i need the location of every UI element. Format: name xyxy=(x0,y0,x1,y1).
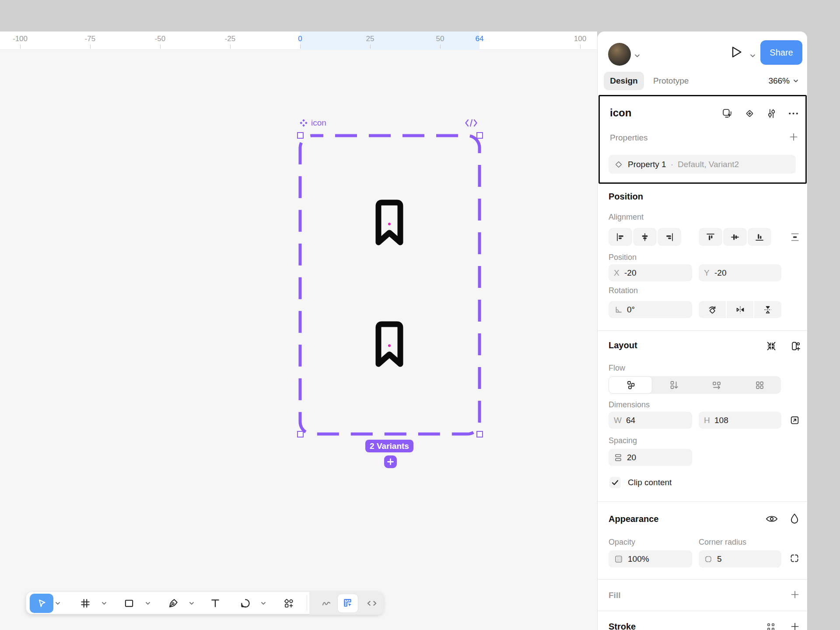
add-fill-button[interactable] xyxy=(790,590,800,599)
frame-tool-menu-chevron[interactable] xyxy=(94,592,114,615)
ruler-label: 100 xyxy=(574,35,586,43)
w-label: W xyxy=(614,416,622,425)
visibility-eye-button[interactable] xyxy=(766,514,778,524)
align-horizontal-center-button[interactable] xyxy=(633,228,657,246)
width-field[interactable]: W 64 xyxy=(609,412,692,429)
shape-tool-menu-chevron[interactable] xyxy=(138,592,158,615)
selection-handle-bottom-right[interactable] xyxy=(476,431,483,438)
component-props-sliders-button[interactable] xyxy=(766,108,777,121)
account-menu-chevron[interactable] xyxy=(634,52,640,60)
selection-handle-bottom-left[interactable] xyxy=(297,431,304,438)
create-component-button[interactable] xyxy=(744,108,756,121)
flip-horizontal-button[interactable] xyxy=(727,301,754,318)
text-tool-button[interactable] xyxy=(206,592,225,615)
property-values: Default, Variant2 xyxy=(678,160,739,169)
add-stroke-button[interactable] xyxy=(790,622,800,630)
y-value: -20 xyxy=(714,268,726,278)
actions-resources-button[interactable] xyxy=(279,592,298,615)
collapse-layout-button[interactable] xyxy=(766,340,777,352)
align-left-button[interactable] xyxy=(609,228,632,246)
more-options-button[interactable] xyxy=(788,108,799,121)
clip-content-checkbox[interactable] xyxy=(609,477,621,488)
tab-prototype[interactable]: Prototype xyxy=(653,76,689,86)
flow-segmented-control xyxy=(609,376,781,394)
align-right-button[interactable] xyxy=(658,228,681,246)
component-icon xyxy=(299,119,308,127)
selection-handle-top-left[interactable] xyxy=(297,132,304,139)
flow-freeform-option-selected[interactable] xyxy=(609,376,652,394)
present-button[interactable] xyxy=(730,46,743,60)
flow-horizontal-option[interactable] xyxy=(695,376,738,394)
rotation-value: 0° xyxy=(627,305,635,315)
present-menu-chevron[interactable] xyxy=(750,52,756,60)
distribute-spacing-button[interactable] xyxy=(789,231,801,243)
share-label: Share xyxy=(770,48,793,58)
component-set-label[interactable]: icon xyxy=(299,118,326,128)
select-matching-layers-button[interactable] xyxy=(721,108,733,121)
avatar[interactable] xyxy=(608,43,631,66)
add-variant-button[interactable] xyxy=(384,455,397,468)
align-top-button[interactable] xyxy=(699,228,722,246)
alignment-label: Alignment xyxy=(609,213,644,222)
blend-mode-drop-button[interactable] xyxy=(790,513,799,524)
stroke-styles-button[interactable] xyxy=(766,622,776,630)
zoom-control[interactable]: 366% xyxy=(768,76,798,86)
selection-info-section: icon Properties Property 1 · Default, Va… xyxy=(598,95,807,184)
ruler-label: -50 xyxy=(155,35,166,43)
individual-corners-button[interactable] xyxy=(789,553,800,564)
y-position-field[interactable]: Y -20 xyxy=(699,264,781,281)
rectangle-tool-button[interactable] xyxy=(119,592,139,615)
code-badge-icon[interactable] xyxy=(465,119,478,127)
transform-buttons xyxy=(699,301,781,318)
draw-mode-button[interactable] xyxy=(317,592,336,615)
component-set-name: icon xyxy=(311,118,326,128)
ruler-label: -25 xyxy=(225,35,236,43)
ruler-label: 25 xyxy=(366,35,374,43)
align-bottom-button[interactable] xyxy=(748,228,771,246)
section-divider xyxy=(598,330,807,331)
spacing-field[interactable]: 20 xyxy=(609,449,692,466)
angle-icon xyxy=(614,305,623,314)
ruler-selection-highlight xyxy=(300,32,480,50)
resize-to-fit-button[interactable] xyxy=(789,415,800,426)
w-value: 64 xyxy=(626,416,635,425)
tab-design[interactable]: Design xyxy=(604,72,644,90)
rotation-field[interactable]: 0° xyxy=(609,301,692,318)
inspect-mode-button-selected[interactable] xyxy=(337,594,358,613)
x-position-field[interactable]: X -20 xyxy=(609,264,692,281)
variants-count-badge[interactable]: 2 Variants xyxy=(365,440,413,452)
opacity-field[interactable]: 100% xyxy=(609,550,692,567)
position-heading: Position xyxy=(609,192,643,202)
flip-vertical-button[interactable] xyxy=(754,301,781,318)
add-auto-layout-button[interactable] xyxy=(789,340,801,352)
ruler-tick xyxy=(300,45,301,49)
selection-handle-top-right[interactable] xyxy=(476,132,483,139)
rotation-label: Rotation xyxy=(609,286,638,295)
ruler-tick xyxy=(370,45,371,49)
frame-tool-button[interactable] xyxy=(76,592,95,615)
height-field[interactable]: H 108 xyxy=(699,412,781,429)
pen-tool-button[interactable] xyxy=(164,592,183,615)
share-button[interactable]: Share xyxy=(760,40,802,65)
variant-set-selection-border[interactable] xyxy=(296,131,484,438)
flow-vertical-option[interactable] xyxy=(652,376,695,394)
comment-tool-menu-chevron[interactable] xyxy=(254,592,273,615)
rotate-90-button[interactable] xyxy=(699,301,726,318)
scribble-icon xyxy=(321,598,332,609)
cursor-icon xyxy=(36,598,47,609)
property-row[interactable]: Property 1 · Default, Variant2 xyxy=(609,155,796,174)
measure-cursor-icon xyxy=(342,598,354,609)
position-xy-label: Position xyxy=(609,253,637,262)
dev-mode-button[interactable] xyxy=(362,592,382,615)
flow-grid-option[interactable] xyxy=(738,376,781,394)
add-property-button[interactable] xyxy=(789,132,798,144)
comment-tool-button[interactable] xyxy=(236,592,255,615)
x-value: -20 xyxy=(624,268,636,278)
chevron-down-icon xyxy=(793,79,798,83)
corner-radius-label: Corner radius xyxy=(699,538,746,547)
h-value: 108 xyxy=(714,416,728,425)
align-vertical-center-button[interactable] xyxy=(723,228,747,246)
move-tool-menu-chevron[interactable] xyxy=(48,592,67,615)
pen-tool-menu-chevron[interactable] xyxy=(182,592,201,615)
corner-radius-field[interactable]: 5 xyxy=(699,550,781,567)
